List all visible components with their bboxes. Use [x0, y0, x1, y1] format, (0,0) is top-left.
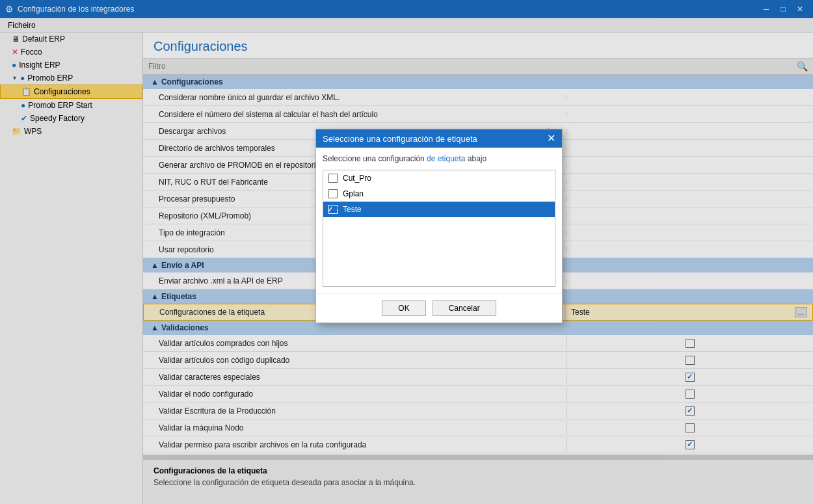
modal-subtitle: Seleccione una configuración de etiqueta…	[323, 154, 555, 163]
item-label: Gplan	[343, 189, 364, 198]
modal-dialog: Seleccione una configuración de etiqueta…	[315, 129, 563, 323]
checkbox-gplan[interactable]	[328, 189, 338, 198]
modal-title-bar: Seleccione una configuración de etiqueta…	[316, 129, 562, 148]
modal-footer: OK Cancelar	[316, 293, 562, 323]
modal-close-button[interactable]: ✕	[547, 133, 555, 144]
modal-item-cut-pro[interactable]: Cut_Pro	[323, 170, 555, 186]
item-label: Teste	[343, 205, 362, 214]
checkbox-teste[interactable]: ✓	[328, 205, 338, 214]
cancel-button[interactable]: Cancelar	[433, 300, 496, 316]
modal-item-teste[interactable]: ✓ Teste	[323, 202, 555, 217]
modal-title: Seleccione una configuración de etiqueta	[323, 134, 477, 144]
modal-item-gplan[interactable]: Gplan	[323, 186, 555, 202]
checkbox-cut-pro[interactable]	[328, 174, 338, 183]
item-label: Cut_Pro	[343, 174, 371, 183]
modal-list: Cut_Pro Gplan ✓ Teste	[323, 170, 555, 287]
modal-overlay: Seleccione una configuración de etiqueta…	[0, 0, 813, 504]
ok-button[interactable]: OK	[382, 300, 425, 316]
modal-subtitle-highlight: de etiqueta	[427, 154, 465, 163]
modal-body: Seleccione una configuración de etiqueta…	[316, 148, 562, 293]
